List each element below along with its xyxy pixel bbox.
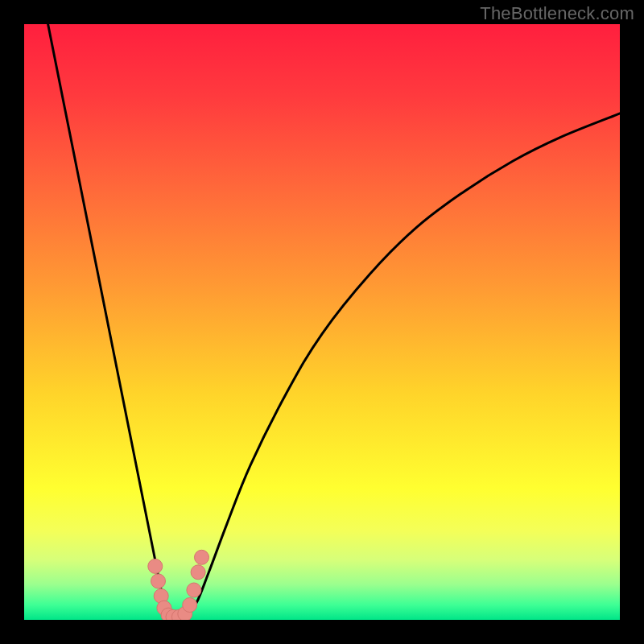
svg-rect-0 xyxy=(24,24,620,620)
plot-area xyxy=(24,24,620,620)
watermark-label: TheBottleneck.com xyxy=(480,3,634,24)
background-gradient xyxy=(24,24,620,620)
frame: TheBottleneck.com xyxy=(0,0,644,644)
